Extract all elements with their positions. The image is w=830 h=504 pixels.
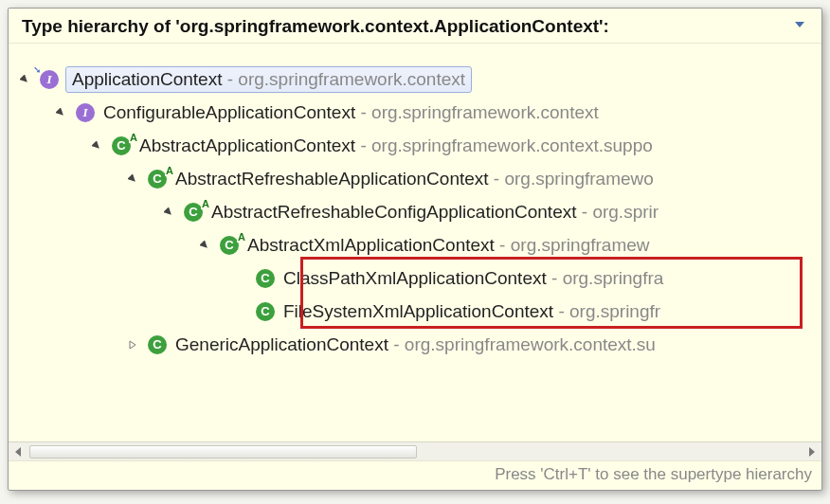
- horizontal-scrollbar[interactable]: [9, 441, 821, 460]
- svg-marker-7: [130, 341, 135, 349]
- svg-marker-0: [795, 22, 804, 27]
- abstract-decorator-icon: A: [165, 165, 174, 176]
- separator: -: [553, 301, 569, 321]
- hierarchy-tree[interactable]: I➘ApplicationContext - org.springframewo…: [9, 44, 821, 441]
- node-label-group[interactable]: AbstractApplicationContext - org.springf…: [139, 135, 653, 156]
- tree-node[interactable]: CAAbstractXmlApplicationContext - org.sp…: [16, 228, 814, 261]
- svg-marker-3: [92, 141, 101, 151]
- tree-node[interactable]: CGenericApplicationContext - org.springf…: [16, 328, 814, 361]
- node-label-group[interactable]: ConfigurableApplicationContext - org.spr…: [103, 102, 599, 123]
- node-label-group[interactable]: FileSystemXmlApplicationContext - org.sp…: [283, 301, 660, 322]
- separator: -: [222, 69, 238, 89]
- dropdown-icon: [793, 20, 806, 29]
- type-name: ConfigurableApplicationContext: [103, 102, 355, 122]
- package-name: org.springframework.context: [371, 102, 599, 122]
- class-icon: C: [147, 334, 168, 355]
- node-label-group[interactable]: AbstractRefreshableConfigApplicationCont…: [211, 202, 659, 223]
- scroll-thumb[interactable]: [29, 445, 417, 459]
- svg-marker-4: [128, 174, 137, 184]
- type-name: FileSystemXmlApplicationContext: [283, 301, 553, 321]
- abstract-decorator-icon: A: [237, 231, 246, 243]
- package-name: org.springfr: [569, 301, 660, 321]
- scroll-right-button[interactable]: [803, 443, 821, 460]
- class-icon: C: [255, 301, 276, 322]
- subtype-arrow-icon: ➘: [33, 64, 41, 75]
- separator: -: [489, 169, 505, 189]
- view-header: Type hierarchy of 'org.springframework.c…: [9, 9, 821, 44]
- node-label-group[interactable]: GenericApplicationContext - org.springfr…: [175, 334, 656, 355]
- collapse-icon[interactable]: [196, 237, 213, 254]
- package-name: org.sprir: [592, 202, 659, 222]
- tree-node[interactable]: CAAbstractRefreshableApplicationContext …: [16, 162, 814, 195]
- package-name: org.springframewo: [504, 169, 653, 189]
- type-name: AbstractXmlApplicationContext: [247, 235, 495, 255]
- expand-icon[interactable]: [124, 336, 141, 353]
- separator: -: [355, 102, 371, 122]
- class-icon: CA: [183, 202, 204, 223]
- type-name: AbstractRefreshableApplicationContext: [175, 169, 489, 189]
- package-name: org.springfra: [563, 268, 664, 288]
- node-label-group[interactable]: ApplicationContext - org.springframework…: [65, 66, 472, 93]
- tree-node[interactable]: CAAbstractRefreshableConfigApplicationCo…: [16, 195, 814, 228]
- separator: -: [355, 135, 371, 155]
- collapse-icon[interactable]: [16, 71, 33, 88]
- scroll-left-button[interactable]: [9, 443, 27, 460]
- package-name: org.springframework.context.suppo: [371, 135, 653, 155]
- type-hierarchy-window: Type hierarchy of 'org.springframework.c…: [8, 8, 822, 491]
- node-label-group[interactable]: AbstractXmlApplicationContext - org.spri…: [247, 235, 650, 256]
- interface-icon: I: [75, 102, 96, 123]
- collapse-icon[interactable]: [88, 137, 105, 154]
- interface-icon: I➘: [39, 69, 60, 90]
- triangle-left-icon: [14, 447, 22, 457]
- triangle-right-icon: [808, 447, 816, 457]
- tree-node[interactable]: CFileSystemXmlApplicationContext - org.s…: [16, 295, 814, 328]
- tree-node[interactable]: I➘ApplicationContext - org.springframewo…: [16, 63, 814, 96]
- node-label-group[interactable]: ClassPathXmlApplicationContext - org.spr…: [283, 268, 663, 289]
- package-name: org.springframework.context.su: [405, 334, 656, 354]
- footer-hint: Press 'Ctrl+T' to see the supertype hier…: [9, 460, 821, 490]
- separator: -: [547, 268, 563, 288]
- type-name: AbstractRefreshableConfigApplicationCont…: [211, 202, 577, 222]
- separator: -: [388, 334, 405, 354]
- svg-marker-8: [15, 447, 21, 457]
- type-name: GenericApplicationContext: [175, 334, 388, 354]
- class-icon: CA: [147, 169, 168, 189]
- abstract-decorator-icon: A: [129, 132, 138, 143]
- tree-node[interactable]: CAAbstractApplicationContext - org.sprin…: [16, 129, 814, 162]
- abstract-decorator-icon: A: [201, 198, 210, 209]
- package-name: org.springframework.context: [238, 69, 465, 89]
- svg-marker-1: [20, 75, 29, 84]
- class-icon: CA: [111, 135, 132, 156]
- view-menu-button[interactable]: [791, 20, 808, 33]
- type-name: ApplicationContext: [72, 69, 222, 89]
- node-label-group[interactable]: AbstractRefreshableApplicationContext - …: [175, 169, 654, 189]
- separator: -: [495, 235, 511, 255]
- separator: -: [577, 202, 593, 222]
- type-name: ClassPathXmlApplicationContext: [283, 268, 547, 288]
- collapse-icon[interactable]: [160, 204, 177, 221]
- class-icon: CA: [219, 235, 240, 256]
- scroll-track[interactable]: [27, 444, 803, 459]
- collapse-icon[interactable]: [52, 104, 69, 121]
- view-title: Type hierarchy of 'org.springframework.c…: [22, 16, 609, 37]
- class-icon: C: [255, 268, 276, 289]
- package-name: org.springframew: [511, 235, 650, 255]
- tree-node[interactable]: CClassPathXmlApplicationContext - org.sp…: [16, 261, 814, 295]
- svg-marker-5: [164, 207, 173, 217]
- svg-marker-6: [200, 241, 209, 250]
- svg-marker-2: [56, 108, 65, 117]
- tree-node[interactable]: IConfigurableApplicationContext - org.sp…: [16, 96, 814, 129]
- svg-marker-9: [809, 447, 815, 457]
- type-name: AbstractApplicationContext: [139, 135, 355, 155]
- collapse-icon[interactable]: [124, 171, 141, 188]
